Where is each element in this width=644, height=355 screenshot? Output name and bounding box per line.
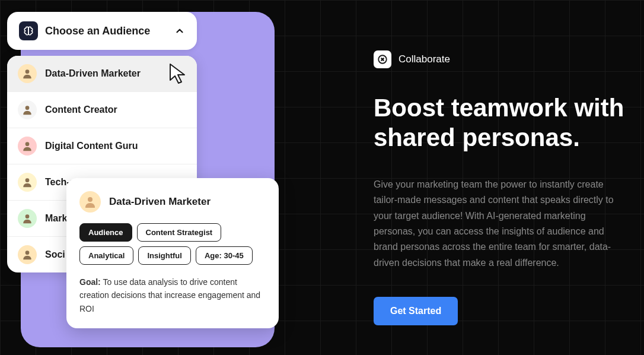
dropdown-label: Choose an Audience	[45, 25, 167, 37]
avatar	[18, 100, 37, 119]
dropdown-item-label: Digital Content Guru	[45, 141, 138, 151]
get-started-button[interactable]: Get Started	[374, 297, 458, 325]
persona-tag-2[interactable]: Analytical	[79, 246, 133, 265]
svg-point-4	[25, 214, 30, 218]
svg-point-3	[25, 178, 30, 182]
avatar	[18, 137, 37, 156]
collaborate-label: Collaborate	[398, 53, 450, 65]
persona-tag-3[interactable]: Insightful	[138, 246, 191, 265]
description: Give your marketing team the power to in…	[374, 177, 626, 271]
dropdown-item-label: Data-Driven Marketer	[45, 68, 141, 79]
svg-point-6	[88, 197, 93, 202]
dropdown-item-label: Content Creator	[45, 104, 117, 115]
avatar	[18, 64, 37, 83]
dropdown-item-1[interactable]: Content Creator	[7, 92, 197, 128]
avatar	[18, 209, 37, 228]
headline: Boost teamwork with shared personas.	[374, 93, 626, 153]
collaborate-badge: Collaborate	[374, 50, 626, 68]
brain-icon	[19, 21, 38, 40]
persona-tag-0[interactable]: Audience	[79, 223, 132, 242]
persona-card: Data-Driven Marketer AudienceContent Str…	[66, 178, 279, 328]
svg-point-2	[25, 142, 30, 146]
dropdown-item-label: Soci	[45, 249, 65, 260]
audience-dropdown-header[interactable]: Choose an Audience	[7, 12, 197, 50]
cursor-icon	[168, 62, 190, 85]
compass-icon	[374, 50, 391, 68]
avatar	[18, 173, 37, 192]
persona-goal: Goal: To use data analysis to drive cont…	[79, 275, 266, 315]
goal-text: To use data analysis to drive content cr…	[79, 277, 260, 313]
svg-point-5	[25, 251, 30, 255]
persona-tag-1[interactable]: Content Strategist	[137, 223, 222, 242]
svg-point-1	[25, 106, 30, 110]
persona-title: Data-Driven Marketer	[109, 196, 211, 208]
persona-tag-4[interactable]: Age: 30-45	[196, 246, 253, 265]
dropdown-item-2[interactable]: Digital Content Guru	[7, 128, 197, 164]
persona-avatar	[79, 191, 101, 213]
dropdown-item-label: Mark	[45, 213, 67, 224]
chevron-up-icon	[174, 26, 185, 36]
goal-label: Goal:	[79, 277, 101, 287]
svg-point-0	[25, 69, 30, 74]
avatar	[18, 245, 37, 264]
